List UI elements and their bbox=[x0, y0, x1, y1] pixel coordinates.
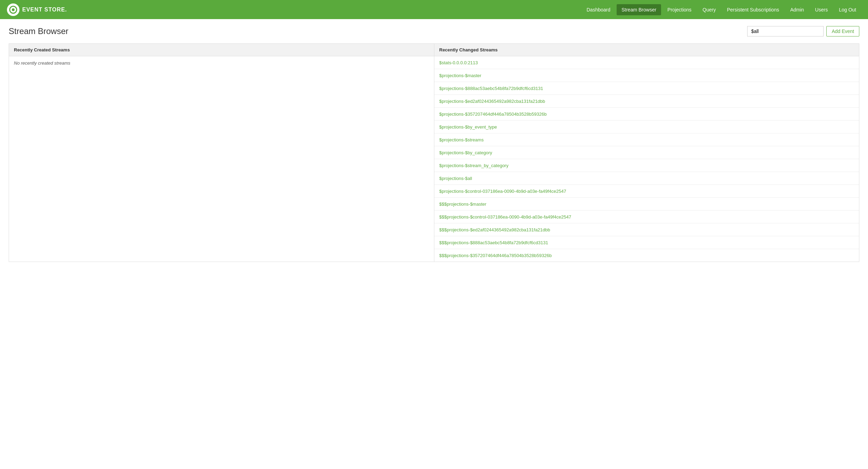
stream-list-item[interactable]: $projections-$control-037186ea-0090-4b9d… bbox=[434, 185, 859, 198]
nav-link-stream-browser[interactable]: Stream Browser bbox=[617, 4, 661, 15]
nav-item-users[interactable]: Users bbox=[810, 4, 833, 15]
nav-link-dashboard[interactable]: Dashboard bbox=[582, 4, 615, 15]
nav-item-projections[interactable]: Projections bbox=[662, 4, 696, 15]
recently-changed-body: $stats-0.0.0.0:2113$projections-$master$… bbox=[434, 56, 859, 262]
stream-list-item[interactable]: $$$projections-$control-037186ea-0090-4b… bbox=[434, 211, 859, 223]
stream-link[interactable]: $$$projections-$master bbox=[439, 201, 486, 207]
stream-link[interactable]: $projections-$control-037186ea-0090-4b9d… bbox=[439, 189, 566, 194]
stream-link[interactable]: $$$projections-$888ac53aebc54b8fa72b9dfc… bbox=[439, 240, 548, 245]
nav-list: Dashboard Stream Browser Projections Que… bbox=[582, 4, 861, 15]
streams-grid: Recently Created Streams No recently cre… bbox=[9, 43, 859, 262]
recently-created-header: Recently Created Streams bbox=[9, 44, 434, 56]
recently-changed-panel: Recently Changed Streams $stats-0.0.0.0:… bbox=[434, 43, 859, 262]
stream-list-item[interactable]: $projections-$streams bbox=[434, 133, 859, 146]
brand-link[interactable]: EVENT STORE. bbox=[7, 3, 67, 16]
stream-link[interactable]: $projections-$all bbox=[439, 176, 472, 181]
nav-link-projections[interactable]: Projections bbox=[662, 4, 696, 15]
page-content: Stream Browser Add Event Recently Create… bbox=[0, 19, 868, 269]
stream-link[interactable]: $projections-$master bbox=[439, 73, 481, 78]
stream-list-item[interactable]: $stats-0.0.0.0:2113 bbox=[434, 56, 859, 69]
nav-item-query[interactable]: Query bbox=[698, 4, 721, 15]
search-input[interactable] bbox=[747, 26, 824, 36]
stream-link[interactable]: $$$projections-$ed2af0244365492a982cba13… bbox=[439, 227, 550, 232]
stream-list-item[interactable]: $projections-$master bbox=[434, 69, 859, 82]
recently-created-panel: Recently Created Streams No recently cre… bbox=[9, 43, 434, 262]
stream-link[interactable]: $$$projections-$control-037186ea-0090-4b… bbox=[439, 214, 571, 220]
recently-changed-header: Recently Changed Streams bbox=[434, 44, 859, 56]
nav-item-log-out[interactable]: Log Out bbox=[834, 4, 861, 15]
stream-link[interactable]: $projections-$ed2af0244365492a982cba131f… bbox=[439, 99, 545, 104]
nav-link-query[interactable]: Query bbox=[698, 4, 721, 15]
page-title: Stream Browser bbox=[9, 26, 68, 36]
stream-link[interactable]: $projections-$streams bbox=[439, 137, 484, 142]
nav-link-users[interactable]: Users bbox=[810, 4, 833, 15]
nav-item-stream-browser[interactable]: Stream Browser bbox=[617, 4, 661, 15]
stream-list-item[interactable]: $projections-$stream_by_category bbox=[434, 159, 859, 172]
navbar: EVENT STORE. Dashboard Stream Browser Pr… bbox=[0, 0, 868, 19]
stream-list-item[interactable]: $projections-$888ac53aebc54b8fa72b9dfcf6… bbox=[434, 82, 859, 95]
stream-list-item[interactable]: $$$projections-$ed2af0244365492a982cba13… bbox=[434, 223, 859, 236]
stream-link[interactable]: $stats-0.0.0.0:2113 bbox=[439, 60, 478, 65]
search-area: Add Event bbox=[747, 26, 859, 36]
recently-created-body: No recently created streams bbox=[9, 56, 434, 70]
brand-logo bbox=[7, 3, 19, 16]
nav-item-dashboard[interactable]: Dashboard bbox=[582, 4, 615, 15]
stream-link[interactable]: $$$projections-$357207464df446a78504b352… bbox=[439, 253, 552, 258]
nav-link-persistent-subscriptions[interactable]: Persistent Subscriptions bbox=[722, 4, 784, 15]
svg-point-2 bbox=[12, 8, 15, 11]
stream-list-item[interactable]: $$$projections-$master bbox=[434, 198, 859, 211]
stream-list-item[interactable]: $projections-$by_event_type bbox=[434, 121, 859, 133]
page-header: Stream Browser Add Event bbox=[9, 26, 859, 36]
stream-link[interactable]: $projections-$by_category bbox=[439, 150, 492, 155]
stream-list-item[interactable]: $projections-$357207464df446a78504b3528b… bbox=[434, 108, 859, 121]
nav-link-log-out[interactable]: Log Out bbox=[834, 4, 861, 15]
nav-link-admin[interactable]: Admin bbox=[785, 4, 809, 15]
nav-item-persistent-subscriptions[interactable]: Persistent Subscriptions bbox=[722, 4, 784, 15]
brand-name: EVENT STORE. bbox=[22, 7, 67, 13]
no-streams-message: No recently created streams bbox=[9, 56, 434, 70]
stream-list-item[interactable]: $$$projections-$888ac53aebc54b8fa72b9dfc… bbox=[434, 236, 859, 249]
stream-link[interactable]: $projections-$888ac53aebc54b8fa72b9dfcf6… bbox=[439, 86, 543, 91]
stream-list-item[interactable]: $projections-$ed2af0244365492a982cba131f… bbox=[434, 95, 859, 108]
stream-list-item[interactable]: $projections-$all bbox=[434, 172, 859, 185]
add-event-button[interactable]: Add Event bbox=[826, 26, 859, 36]
stream-list-item[interactable]: $$$projections-$357207464df446a78504b352… bbox=[434, 249, 859, 262]
stream-list-item[interactable]: $projections-$by_category bbox=[434, 146, 859, 159]
nav-item-admin[interactable]: Admin bbox=[785, 4, 809, 15]
stream-link[interactable]: $projections-$357207464df446a78504b3528b… bbox=[439, 112, 546, 117]
stream-link[interactable]: $projections-$by_event_type bbox=[439, 124, 497, 130]
stream-link[interactable]: $projections-$stream_by_category bbox=[439, 163, 508, 168]
